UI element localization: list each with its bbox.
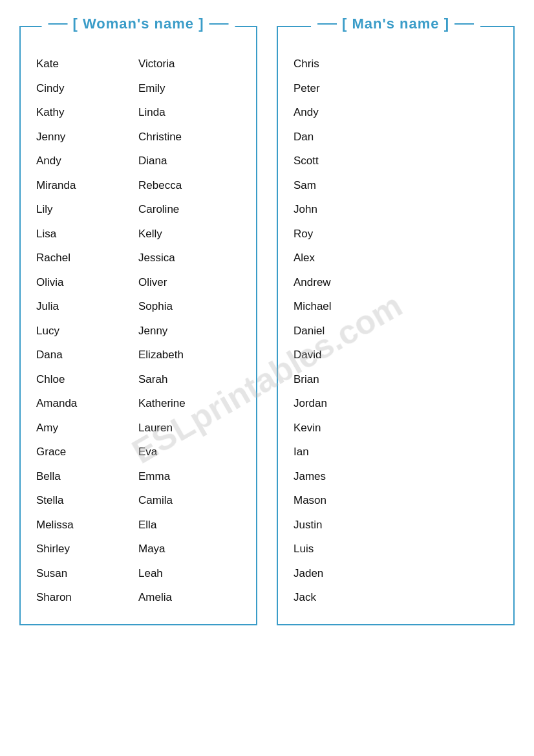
womans-name-col2: Diana [138,150,240,172]
mans-name-item: Jack [294,587,498,609]
page-content: [ Woman's name ] KateVictoriaCindyEmilyK… [19,26,515,625]
womans-name-col1: Miranda [36,175,138,197]
womans-names-grid: KateVictoriaCindyEmilyKathyLindaJennyChr… [36,53,240,609]
womans-name-col2: Eva [138,441,240,463]
womans-name-col1: Andy [36,150,138,172]
mans-name-item: Alex [294,247,498,269]
womans-name-col1: Julia [36,296,138,318]
womans-name-col2: Lauren [138,417,240,439]
womans-name-col1: Kate [36,53,138,75]
mans-name-item: Justin [294,514,498,536]
mans-names-list: ChrisPeterAndyDanScottSamJohnRoyAlexAndr… [294,53,498,609]
womans-name-col1: Cindy [36,78,138,100]
womans-name-col2: Rebecca [138,175,240,197]
womans-title: [ Woman's name ] [73,16,204,32]
mans-name-item: Andrew [294,272,498,294]
womans-name-col1: Lucy [36,320,138,342]
womans-name-col1: Shirley [36,538,138,560]
mans-name-item: Sam [294,175,498,197]
womans-name-col2: Jessica [138,247,240,269]
mans-name-item: Ian [294,441,498,463]
womans-name-col2: Emily [138,78,240,100]
mans-name-item: Dan [294,126,498,148]
womans-name-col1: Lisa [36,223,138,245]
mans-name-item: Luis [294,538,498,560]
womans-name-col2: Victoria [138,53,240,75]
mans-name-item: James [294,466,498,488]
womans-section-header: [ Woman's name ] [42,16,235,32]
womans-name-col1: Sharon [36,587,138,609]
mans-name-item: Jordan [294,393,498,415]
mans-name-item: Brian [294,369,498,391]
womans-name-col2: Sarah [138,369,240,391]
mans-section-header: [ Man's name ] [311,16,480,32]
womans-name-col2: Emma [138,466,240,488]
womans-name-col2: Caroline [138,199,240,221]
mans-name-item: Jaden [294,563,498,585]
mans-name-item: Mason [294,490,498,512]
mans-name-item: Andy [294,102,498,124]
womans-name-col1: Susan [36,563,138,585]
womans-name-col1: Chloe [36,369,138,391]
mans-name-item: Roy [294,223,498,245]
womans-name-col2: Elizabeth [138,344,240,366]
womans-name-col2: Oliver [138,272,240,294]
mans-name-item: Peter [294,78,498,100]
mans-name-item: Chris [294,53,498,75]
header-line-mans: [ Man's name ] [317,16,474,32]
womans-name-col2: Linda [138,102,240,124]
womans-name-col2: Kelly [138,223,240,245]
womans-name-col1: Olivia [36,272,138,294]
mans-name-item: Daniel [294,320,498,342]
womans-name-col1: Stella [36,490,138,512]
mans-title: [ Man's name ] [342,16,449,32]
womans-name-col1: Dana [36,344,138,366]
mans-name-item: John [294,199,498,221]
womans-name-col1: Lily [36,199,138,221]
womans-name-col2: Jenny [138,320,240,342]
womans-name-col2: Camila [138,490,240,512]
womans-name-col2: Ella [138,514,240,536]
womans-name-col2: Sophia [138,296,240,318]
womans-name-col1: Bella [36,466,138,488]
womans-name-col1: Kathy [36,102,138,124]
womans-name-col2: Christine [138,126,240,148]
mans-section: [ Man's name ] ChrisPeterAndyDanScottSam… [277,26,515,625]
womans-name-col1: Amy [36,417,138,439]
womans-name-col2: Katherine [138,393,240,415]
womans-name-col1: Jenny [36,126,138,148]
mans-name-item: David [294,344,498,366]
womans-name-col1: Rachel [36,247,138,269]
mans-name-item: Scott [294,150,498,172]
womans-name-col1: Amanda [36,393,138,415]
header-line-womans: [ Woman's name ] [48,16,229,32]
womans-section: [ Woman's name ] KateVictoriaCindyEmilyK… [19,26,257,625]
womans-name-col1: Grace [36,441,138,463]
womans-name-col2: Leah [138,563,240,585]
mans-name-item: Kevin [294,417,498,439]
womans-name-col1: Melissa [36,514,138,536]
womans-name-col2: Amelia [138,587,240,609]
mans-name-item: Michael [294,296,498,318]
womans-name-col2: Maya [138,538,240,560]
